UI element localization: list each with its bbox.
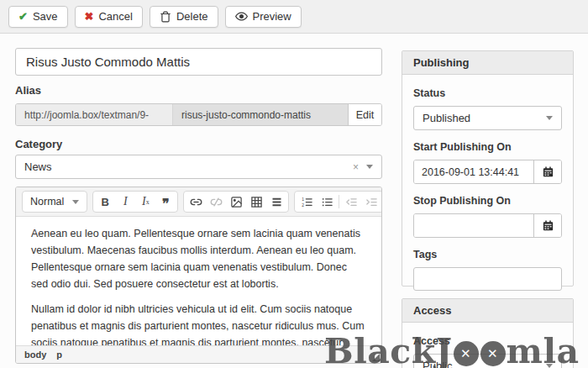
access-label: Access <box>413 335 562 347</box>
alias-edit-button[interactable]: Edit <box>348 104 381 125</box>
editor-status-bar: body p <box>16 345 381 363</box>
calendar-icon <box>542 166 554 178</box>
content-editor: Normal B I Ix ❞ <box>15 187 382 364</box>
calendar-button[interactable] <box>533 214 561 237</box>
tags-label: Tags <box>413 249 562 260</box>
save-button-label: Save <box>33 10 58 23</box>
stop-publishing-input[interactable] <box>414 214 533 237</box>
cancel-button-label: Cancel <box>98 10 132 23</box>
status-label: Status <box>413 87 562 99</box>
format-selected-value: Normal <box>30 196 64 208</box>
access-selected-value: Public <box>423 360 452 368</box>
action-toolbar: ✔ Save ✖ Cancel Delete Preview <box>0 0 588 34</box>
outdent-button[interactable] <box>341 192 361 211</box>
delete-button[interactable]: Delete <box>150 6 218 28</box>
horizontal-rule-button[interactable] <box>266 192 286 211</box>
access-panel: Access Access Public <box>402 298 574 368</box>
x-icon: ✖ <box>85 10 94 23</box>
italic-button[interactable]: I <box>115 192 135 211</box>
category-label: Category <box>15 138 62 150</box>
delete-button-label: Delete <box>176 10 208 23</box>
chevron-down-icon <box>366 165 373 169</box>
image-button[interactable] <box>226 192 246 211</box>
bullet-list-button[interactable] <box>317 192 337 211</box>
save-button[interactable]: ✔ Save <box>8 6 68 28</box>
article-title-input[interactable] <box>15 48 382 76</box>
svg-text:1: 1 <box>302 196 304 201</box>
calendar-icon <box>542 219 554 232</box>
remove-format-button[interactable]: Ix <box>135 192 155 211</box>
start-publishing-field-group <box>413 160 562 184</box>
indent-button[interactable] <box>361 192 381 211</box>
category-selected-value: News <box>24 160 52 173</box>
clear-selection-icon[interactable]: × <box>353 161 359 173</box>
chevron-down-icon <box>72 200 79 204</box>
check-icon: ✔ <box>18 10 28 23</box>
table-button[interactable] <box>246 192 266 211</box>
stop-publishing-field-group <box>413 213 562 238</box>
article-edit-page: ✔ Save ✖ Cancel Delete Preview Alias htt… <box>0 0 588 368</box>
editor-paragraph: Aenean eu leo quam. Pellentesque ornare … <box>31 225 366 292</box>
cancel-button[interactable]: ✖ Cancel <box>75 6 143 28</box>
eye-icon <box>235 10 248 23</box>
svg-text:2: 2 <box>302 202 304 208</box>
format-dropdown[interactable]: Normal <box>24 192 85 212</box>
status-selected-value: Published <box>423 112 470 124</box>
preview-button[interactable]: Preview <box>225 6 302 28</box>
status-select[interactable]: Published <box>413 106 562 130</box>
link-button[interactable] <box>186 192 206 211</box>
chevron-down-icon <box>546 364 553 368</box>
access-select[interactable]: Public <box>413 354 562 368</box>
access-panel-title: Access <box>402 299 573 323</box>
alias-url-prefix: http://joomla.box/textman/9- <box>16 104 172 125</box>
start-publishing-input[interactable] <box>414 160 533 183</box>
editor-toolbar: Normal B I Ix ❞ <box>16 187 381 217</box>
unlink-button[interactable] <box>206 192 226 211</box>
stop-publishing-label: Stop Publishing On <box>413 195 562 207</box>
editor-paragraph: Nullam id dolor id nibh ultricies vehicu… <box>31 301 366 345</box>
bold-button[interactable]: B <box>95 192 115 211</box>
editor-content-area[interactable]: Aenean eu leo quam. Pellentesque ornare … <box>16 217 381 345</box>
alias-field-group: http://joomla.box/textman/9- risus-justo… <box>15 103 382 126</box>
element-path-p[interactable]: p <box>56 350 62 360</box>
element-path-body[interactable]: body <box>24 350 46 360</box>
start-publishing-label: Start Publishing On <box>413 141 562 153</box>
calendar-button[interactable] <box>533 160 561 183</box>
preview-button-label: Preview <box>253 10 291 23</box>
remove-format-sub-glyph: x <box>146 198 150 206</box>
ordered-list-button[interactable]: 12 <box>297 192 317 211</box>
blockquote-button[interactable]: ❞ <box>155 192 176 211</box>
alias-value-field: risus-justo-commondo-mattis <box>172 104 348 125</box>
resize-grip[interactable] <box>372 354 380 361</box>
chevron-down-icon <box>546 116 553 120</box>
alias-label: Alias <box>15 84 41 97</box>
tags-input[interactable] <box>413 267 562 291</box>
trash-icon <box>160 11 171 23</box>
category-select[interactable]: News × <box>15 155 382 179</box>
publishing-panel-title: Publishing <box>402 51 573 75</box>
publishing-panel: Publishing Status Published Start Publis… <box>402 50 574 287</box>
